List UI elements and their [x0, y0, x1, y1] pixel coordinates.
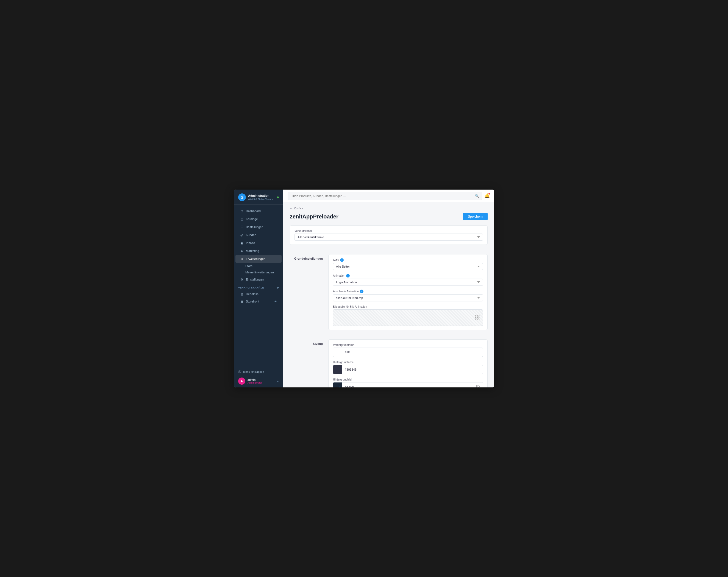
hintergrundfarbe-input[interactable]: [342, 366, 483, 373]
bestellungen-icon: ☰: [240, 225, 244, 229]
sidebar-item-label: Kataloge: [246, 217, 258, 220]
marketing-icon: ◈: [240, 249, 244, 253]
upload-icon: 🖼: [475, 315, 480, 321]
page-title: zenitAppPreloader: [290, 213, 338, 220]
app-name: Administration: [248, 194, 275, 198]
headless-icon: ▧: [240, 292, 244, 296]
screen-frame: G Administration v6.4.3.0 Stable Version…: [229, 185, 499, 392]
sidebar-item-marketing[interactable]: ◈ Marketing: [235, 247, 282, 255]
app-window: G Administration v6.4.3.0 Stable Version…: [234, 190, 494, 387]
vordergrundfarbe-field: Vordergrundfarbe: [333, 343, 483, 357]
styling-section: Styling Vordergrundfarbe: [290, 339, 488, 387]
collapse-icon: ⓘ: [238, 370, 241, 374]
user-name: admin: [248, 378, 275, 382]
ausblende-animation-select[interactable]: slide-out-blurred-top: [333, 294, 483, 301]
sidebar: G Administration v6.4.3.0 Stable Version…: [234, 190, 283, 387]
sidebar-item-label: Erweiterungen: [246, 257, 265, 260]
bg-thumbnail: [333, 383, 342, 387]
page-header: zenitAppPreloader Speichern: [290, 213, 488, 220]
styling-label: Styling: [290, 339, 323, 345]
back-link[interactable]: ← Zurück: [290, 207, 488, 210]
inhalte-icon: ▣: [240, 241, 244, 245]
sidebar-sub-store[interactable]: Store: [235, 263, 282, 269]
hintergundbild-label: Hintergrundbild: [333, 378, 483, 381]
save-button[interactable]: Speichern: [463, 213, 488, 220]
verkaufskanal-card: Verkaufskanal Alle Verkaufskanäle: [290, 225, 488, 245]
vordergrundfarbe-input[interactable]: [342, 349, 483, 356]
dashboard-icon: ⊞: [240, 209, 244, 213]
bg-upload-icon[interactable]: 🖼: [473, 383, 483, 387]
search-input[interactable]: [291, 194, 473, 198]
sidebar-item-einstellungen[interactable]: ⚙ Einstellungen: [235, 276, 282, 283]
sales-channels-section: Verkaufskanäle ⊕: [234, 284, 283, 290]
bg-filename: bg.svg: [342, 384, 473, 387]
einstellungen-icon: ⚙: [240, 278, 244, 281]
animation-select[interactable]: Logo Animation: [333, 279, 483, 286]
sidebar-nav: ⊞ Dashboard ◫ Kataloge ☰ Bestellungen ◎ …: [234, 205, 283, 366]
sidebar-header: G Administration v6.4.3.0 Stable Version: [234, 190, 283, 205]
ausblende-animation-field: Ausblende Animation i slide-out-blurred-…: [333, 290, 483, 301]
erweiterungen-icon: ⊕: [240, 257, 244, 261]
topbar: 🔍 🔔: [283, 190, 494, 202]
animation-label: Animation: [333, 274, 345, 277]
aktiv-field: Aktiv i Alle Seiten: [333, 258, 483, 270]
app-logo: G: [238, 193, 246, 201]
sidebar-item-kataloge[interactable]: ◫ Kataloge: [235, 215, 282, 223]
vordergrundfarbe-input-row: [333, 347, 483, 357]
sidebar-item-inhalte[interactable]: ▣ Inhalte: [235, 239, 282, 247]
bildquelle-label: Bildquelle für Bild Animation: [333, 305, 483, 308]
vordergrundfarbe-label: Vordergrundfarbe: [333, 343, 483, 346]
sidebar-footer: ⓘ Menü einklappen A admin Administrator …: [234, 366, 283, 387]
grundeinstellungen-section: Grundeinstellungen Aktiv i: [290, 254, 488, 334]
content-area: ← Zurück zenitAppPreloader Speichern Ver…: [283, 202, 494, 387]
sidebar-item-storefront[interactable]: ▦ Storefront 👁: [235, 298, 282, 305]
sidebar-item-label: Bestellungen: [246, 225, 263, 229]
user-role: Administrator: [248, 382, 275, 384]
bildquelle-upload[interactable]: 🖼: [333, 309, 483, 326]
add-sales-channel-icon[interactable]: ⊕: [277, 286, 279, 289]
sidebar-item-kunden[interactable]: ◎ Kunden: [235, 231, 282, 239]
sidebar-item-label: Marketing: [246, 249, 259, 253]
sidebar-item-bestellungen[interactable]: ☰ Bestellungen: [235, 223, 282, 231]
hintergrundfarbe-input-row: [333, 365, 483, 374]
sidebar-item-erweiterungen[interactable]: ⊕ Erweiterungen: [235, 255, 282, 263]
grundeinstellungen-label: Grundeinstellungen: [290, 254, 323, 260]
status-indicator: [277, 196, 279, 199]
aktiv-label: Aktiv: [333, 259, 339, 262]
search-bar[interactable]: 🔍: [288, 192, 482, 200]
verkaufskanal-field: Verkaufskanal Alle Verkaufskanäle: [294, 230, 483, 241]
sidebar-item-headless[interactable]: ▧ Headless: [235, 290, 282, 297]
storefront-visibility-icon[interactable]: 👁: [275, 300, 277, 303]
hintergrundfarbe-swatch[interactable]: [333, 365, 342, 374]
animation-info-icon[interactable]: i: [346, 274, 350, 278]
ausblende-animation-info-icon[interactable]: i: [360, 290, 363, 293]
kunden-icon: ◎: [240, 233, 244, 237]
hintergundbild-field: Hintergrundbild bg.svg 🖼: [333, 378, 483, 387]
sidebar-sub-meine-erweiterungen[interactable]: Meine Erweiterungen: [235, 269, 282, 275]
collapse-menu-button[interactable]: ⓘ Menü einklappen: [238, 369, 279, 375]
user-avatar: A: [238, 377, 245, 385]
sidebar-title-block: Administration v6.4.3.0 Stable Version: [248, 194, 275, 200]
aktiv-info-icon[interactable]: i: [340, 258, 344, 262]
animation-field: Animation i Logo Animation: [333, 274, 483, 286]
storefront-icon: ▦: [240, 299, 244, 303]
aktiv-select[interactable]: Alle Seiten: [333, 263, 483, 270]
vordergrundfarbe-swatch[interactable]: [333, 348, 342, 357]
styling-card: Vordergrundfarbe Hintergrundfarbe: [328, 339, 488, 387]
sidebar-item-label: Kunden: [246, 233, 256, 237]
notification-bell[interactable]: 🔔: [484, 193, 490, 199]
sidebar-item-label: Dashboard: [246, 209, 261, 213]
verkaufskanal-select[interactable]: Alle Verkaufskanäle: [294, 234, 483, 241]
sidebar-item-label: Einstellungen: [246, 278, 264, 281]
sidebar-item-dashboard[interactable]: ⊞ Dashboard: [235, 207, 282, 215]
notification-badge: [488, 192, 490, 195]
user-row: A admin Administrator ∧: [238, 377, 279, 385]
verkaufskanal-section: Verkaufskanal Alle Verkaufskanäle: [290, 225, 488, 249]
grundeinstellungen-card: Aktiv i Alle Seiten: [328, 254, 488, 330]
sidebar-item-label: Inhalte: [246, 241, 255, 244]
kataloge-icon: ◫: [240, 217, 244, 221]
back-arrow-icon: ←: [290, 207, 293, 210]
ausblende-animation-label: Ausblende Animation: [333, 290, 359, 293]
hintergrundfarbe-label: Hintergrundfarbe: [333, 361, 483, 364]
user-menu-toggle[interactable]: ∧: [277, 380, 279, 383]
